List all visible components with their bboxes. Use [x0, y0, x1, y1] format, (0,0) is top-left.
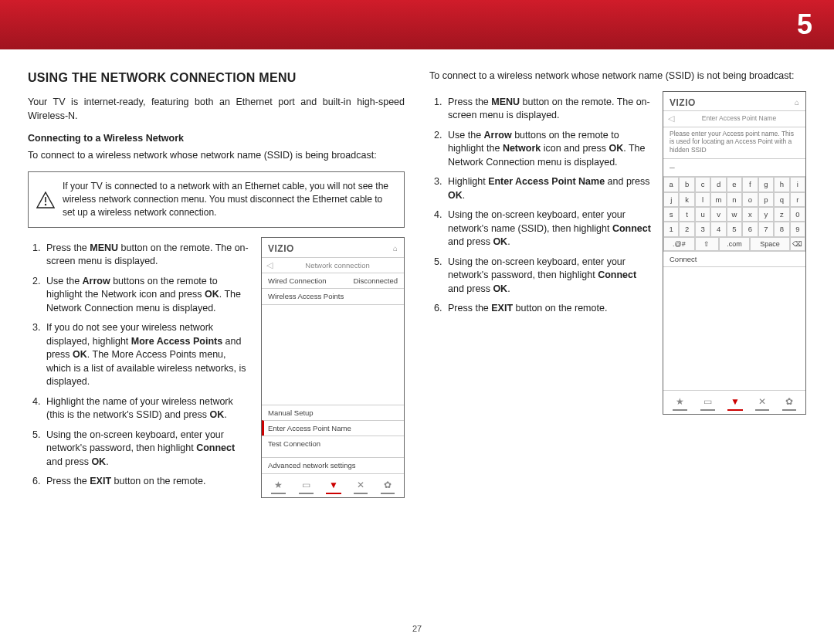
key-x: x [742, 207, 758, 222]
step: If you do not see your wireless network … [43, 321, 250, 389]
key-1: 1 [663, 222, 679, 236]
home-icon: ⌂ [393, 243, 398, 254]
rect-icon: ▭ [700, 395, 715, 411]
x-icon: ✕ [354, 479, 368, 494]
key-z: z [774, 207, 789, 222]
key-i: i [790, 177, 805, 192]
subheading: Connecting to a Wireless Network [28, 132, 405, 146]
x-icon: ✕ [755, 395, 769, 411]
tv-screenshot-network: VIZIO ⌂ ◁ Network connection Wired Conne… [261, 237, 405, 498]
test-conn-row: Test Connection [262, 436, 404, 451]
key-l: l [695, 192, 710, 207]
key-9: 9 [790, 222, 805, 236]
right-column: To connect to a wireless network whose n… [429, 69, 806, 498]
space-key: Space [750, 237, 789, 252]
connect-row: Connect [663, 251, 805, 266]
key-q: q [774, 192, 789, 207]
sym-key: .@# [663, 237, 695, 252]
back-icon: ◁ [668, 113, 674, 124]
star-icon: ★ [271, 479, 286, 494]
key-c: c [695, 177, 710, 192]
wired-row: Wired Connection Disconnected [262, 273, 404, 288]
panel-title: Network connection [277, 260, 398, 270]
key-4: 4 [710, 222, 726, 236]
key-f: f [742, 177, 758, 192]
key-p: p [758, 192, 774, 207]
step: Using the on-screen keyboard, enter your… [43, 429, 250, 469]
keyboard-grid: abcdefghijklmnopqrstuvwxyz0123456789 [663, 176, 805, 236]
panel-title: Enter Access Point Name [679, 114, 799, 124]
step: Use the Arrow buttons on the remote to h… [43, 275, 250, 316]
home-icon: ⌂ [795, 97, 799, 108]
section-title: USING THE NETWORK CONNECTION MENU [28, 69, 405, 86]
step: Highlight the name of your wireless netw… [43, 395, 250, 422]
step: Using the on-screen keyboard, enter your… [445, 256, 652, 297]
enter-ap-row: Enter Access Point Name [262, 420, 404, 436]
rect-icon: ▭ [299, 479, 314, 494]
key-m: m [710, 192, 726, 207]
tv-screenshot-keyboard: VIZIO ⌂ ◁ Enter Access Point Name Please… [663, 91, 806, 415]
key-h: h [774, 177, 789, 192]
key-b: b [679, 177, 694, 192]
advanced-row: Advanced network settings [262, 457, 404, 473]
page-number: 27 [0, 623, 834, 635]
key-0: 0 [790, 207, 805, 222]
key-t: t [679, 207, 694, 222]
steps-list-a: Press the MENU button on the remote. The… [28, 242, 250, 489]
input-line: – [663, 158, 805, 177]
step: Press the EXIT button on the remote. [43, 475, 250, 489]
key-e: e [727, 177, 742, 192]
key-7: 7 [758, 222, 774, 236]
step: Using the on-screen keyboard, enter your… [445, 208, 652, 249]
intro-text: Your TV is internet-ready, featuring bot… [28, 96, 405, 123]
key-8: 8 [774, 222, 789, 236]
shift-key: ⇧ [695, 237, 719, 252]
key-n: n [727, 192, 742, 207]
tv-bottom-icons: ★ ▭ ▼ ✕ ✿ [262, 473, 404, 497]
keyboard-bottom-row: .@# ⇧ .com Space ⌫ [663, 237, 805, 252]
key-j: j [663, 192, 679, 207]
key-6: 6 [742, 222, 758, 236]
key-u: u [695, 207, 710, 222]
steps-list-b: Press the MENU button on the remote. The… [429, 96, 652, 316]
key-y: y [758, 207, 774, 222]
com-key: .com [719, 237, 751, 252]
key-k: k [679, 192, 694, 207]
chapter-number: 5 [797, 5, 812, 44]
back-icon: ◁ [266, 259, 273, 271]
delete-key: ⌫ [790, 237, 805, 252]
key-d: d [710, 177, 726, 192]
key-5: 5 [727, 222, 742, 236]
tv-logo: VIZIO [268, 242, 294, 256]
step: Press the MENU button on the remote. The… [445, 96, 652, 123]
help-text: Please enter your Access point name. Thi… [663, 127, 805, 158]
key-g: g [758, 177, 774, 192]
tv-bottom-icons: ★ ▭ ▼ ✕ ✿ [663, 390, 805, 414]
key-v: v [710, 207, 726, 222]
warning-icon [36, 192, 55, 208]
chapter-header: 5 [0, 0, 834, 49]
key-o: o [742, 192, 758, 207]
v-icon: ▼ [326, 479, 341, 494]
lead-a: To connect to a wireless network whose n… [28, 149, 405, 163]
wap-row: Wireless Access Points [262, 288, 404, 303]
key-3: 3 [695, 222, 710, 236]
v-icon: ▼ [727, 395, 743, 411]
star-icon: ★ [673, 395, 687, 411]
key-2: 2 [679, 222, 694, 236]
step: Use the Arrow buttons on the remote to h… [445, 129, 652, 170]
key-w: w [727, 207, 742, 222]
callout-text: If your TV is connected to a network wit… [63, 181, 388, 218]
svg-point-1 [45, 203, 46, 205]
left-column: USING THE NETWORK CONNECTION MENU Your T… [28, 69, 405, 498]
gear-icon: ✿ [381, 479, 395, 494]
warning-callout: If your TV is connected to a network wit… [28, 171, 405, 227]
tv-logo: VIZIO [670, 97, 696, 110]
gear-icon: ✿ [782, 395, 796, 411]
step: Press the EXIT button on the remote. [445, 302, 652, 316]
step: Highlight Enter Access Point Name and pr… [445, 175, 652, 202]
lead-b: To connect to a wireless network whose n… [429, 69, 806, 83]
manual-setup-row: Manual Setup [262, 405, 404, 420]
key-s: s [663, 207, 679, 222]
step: Press the MENU button on the remote. The… [43, 242, 250, 269]
